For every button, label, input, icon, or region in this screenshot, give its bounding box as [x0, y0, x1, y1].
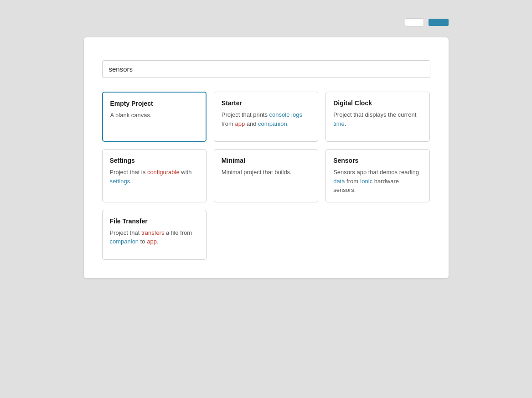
- template-section: Empty ProjectA blank canvas.StarterProje…: [102, 92, 430, 260]
- template-card-minimal[interactable]: MinimalMinimal project that builds.: [214, 149, 318, 202]
- template-card-digital-clock[interactable]: Digital ClockProject that displays the c…: [325, 92, 430, 142]
- template-title-minimal: Minimal: [222, 157, 310, 164]
- template-desc-file-transfer: Project that transfers a file from compa…: [110, 228, 199, 246]
- template-title-starter: Starter: [222, 99, 310, 107]
- template-card-starter[interactable]: StarterProject that prints console logs …: [214, 92, 318, 142]
- template-card-settings[interactable]: SettingsProject that is configurable wit…: [102, 149, 207, 202]
- template-desc-sensors: Sensors app that demos reading data from…: [333, 168, 422, 195]
- page-header: [84, 18, 449, 26]
- template-desc-starter: Project that prints console logs from ap…: [222, 110, 310, 128]
- page-container: Empty ProjectA blank canvas.StarterProje…: [84, 18, 449, 278]
- template-desc-minimal: Minimal project that builds.: [222, 168, 310, 177]
- template-title-file-transfer: File Transfer: [110, 217, 199, 225]
- template-title-digital-clock: Digital Clock: [333, 99, 422, 107]
- create-button[interactable]: [429, 19, 449, 26]
- template-title-sensors: Sensors: [333, 157, 422, 164]
- template-desc-settings: Project that is configurable with settin…: [110, 168, 199, 186]
- template-card-empty[interactable]: Empty ProjectA blank canvas.: [102, 92, 207, 142]
- template-card-sensors[interactable]: SensorsSensors app that demos reading da…: [325, 149, 430, 202]
- project-name-input[interactable]: [102, 60, 430, 78]
- template-card-file-transfer[interactable]: File TransferProject that transfers a fi…: [102, 210, 207, 260]
- header-actions: [405, 18, 449, 26]
- template-desc-empty: A blank canvas.: [110, 111, 198, 120]
- template-title-settings: Settings: [110, 157, 199, 164]
- template-grid: Empty ProjectA blank canvas.StarterProje…: [102, 92, 430, 260]
- template-title-empty: Empty Project: [110, 100, 198, 107]
- cancel-button[interactable]: [405, 18, 424, 26]
- form-card: Empty ProjectA blank canvas.StarterProje…: [84, 37, 449, 278]
- template-desc-digital-clock: Project that displays the current time.: [333, 110, 422, 128]
